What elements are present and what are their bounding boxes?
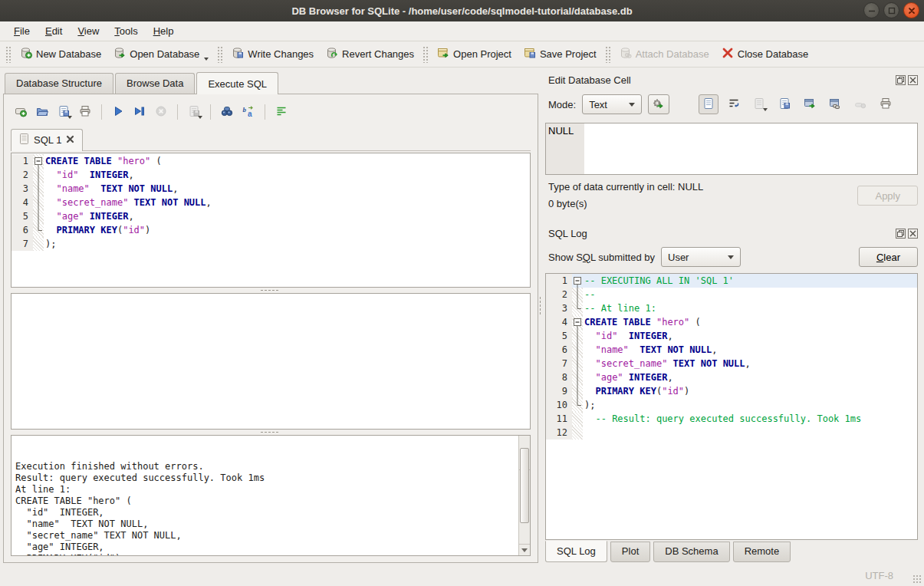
encoding-status[interactable]: UTF-8: [865, 570, 893, 581]
line-number: 3: [546, 301, 572, 315]
apply-format-button[interactable]: [648, 94, 669, 114]
minimize-button[interactable]: [863, 2, 880, 18]
fold-marker-icon[interactable]: [572, 274, 583, 288]
code-line: 2--: [546, 288, 917, 301]
mode-select[interactable]: Text: [582, 94, 642, 114]
scroll-down-icon[interactable]: [519, 544, 530, 555]
menu-edit[interactable]: Edit: [38, 23, 70, 39]
db-open-icon: [113, 47, 126, 61]
menu-tools[interactable]: Tools: [107, 23, 145, 39]
scrollbar-thumb[interactable]: [520, 448, 529, 523]
code-line: 6 PRIMARY KEY("id"): [12, 223, 530, 237]
code-text: --: [583, 288, 917, 301]
new-database-button[interactable]: New Database: [14, 44, 107, 64]
tab-browse-data[interactable]: Browse Data: [115, 73, 195, 94]
open-external-button[interactable]: [800, 94, 820, 114]
line-number: 2: [546, 288, 572, 301]
bottom-tab-remote[interactable]: Remote: [733, 542, 791, 562]
bottom-tab-sql-log[interactable]: SQL Log: [545, 541, 607, 562]
save-project-button[interactable]: Save Project: [518, 44, 603, 64]
word-wrap-button[interactable]: [724, 94, 744, 114]
close-panel-icon[interactable]: [908, 229, 918, 239]
set-null-icon: [854, 97, 866, 112]
open-tab-button[interactable]: [11, 102, 31, 122]
bottom-tab-db-schema[interactable]: DB Schema: [653, 542, 729, 562]
open-database-button[interactable]: Open Database: [107, 44, 215, 64]
dropdown-caret-icon[interactable]: [204, 58, 209, 61]
fold-marker-icon: [33, 182, 44, 196]
clear-log-button[interactable]: Clear: [859, 247, 918, 267]
execute-all-button[interactable]: [108, 102, 128, 122]
cell-type-info: Type of data currently in cell: NULL: [548, 181, 857, 193]
close-database-button[interactable]: Close Database: [715, 44, 815, 64]
execute-current-line-button[interactable]: [130, 102, 150, 122]
auto-format-button[interactable]: [271, 102, 291, 122]
execution-message-box[interactable]: Execution finished without errors.Result…: [11, 435, 531, 556]
results-scrollbar[interactable]: [518, 436, 530, 555]
close-panel-icon[interactable]: [908, 75, 918, 85]
code-line: 3-- At line 1:: [546, 301, 917, 315]
close-button[interactable]: [903, 2, 919, 18]
sql-editor-tab[interactable]: SQL 1: [11, 129, 83, 151]
code-line: 5 "age" INTEGER,: [12, 209, 530, 223]
editor-results-splitter[interactable]: [11, 288, 531, 293]
new-database-button-label: New Database: [36, 48, 101, 60]
stop-icon: [155, 105, 167, 120]
copy-link-button[interactable]: [825, 94, 845, 114]
fold-marker-icon: [572, 329, 583, 343]
message-line: "id" INTEGER,: [15, 507, 515, 519]
mode-value: Text: [589, 99, 607, 110]
apply-button[interactable]: Apply: [857, 186, 918, 206]
menu-help[interactable]: Help: [146, 23, 182, 39]
maximize-button[interactable]: [883, 2, 899, 18]
results-grid[interactable]: [11, 293, 531, 430]
float-panel-icon[interactable]: [896, 75, 906, 85]
cell-value-editor[interactable]: NULL: [545, 123, 918, 175]
window-titlebar[interactable]: DB Browser for SQLite - /home/user/code/…: [0, 0, 924, 21]
cell-toolbar: [699, 94, 896, 114]
print-button[interactable]: [75, 102, 95, 122]
save-project-button-label: Save Project: [540, 48, 597, 60]
close-sql-tab-icon[interactable]: [66, 134, 74, 146]
save-sql-file-button[interactable]: [54, 102, 74, 122]
dropdown-caret-icon[interactable]: [763, 108, 768, 111]
code-text: "id" INTEGER,: [44, 168, 530, 182]
sql-editor[interactable]: 1CREATE TABLE "hero" (2 "id" INTEGER,3 "…: [11, 153, 531, 288]
menu-view[interactable]: View: [70, 23, 107, 39]
cell-value: NULL: [548, 125, 574, 137]
bottom-tab-plot[interactable]: Plot: [610, 542, 650, 562]
code-text: );: [44, 237, 530, 251]
find-button[interactable]: [217, 102, 237, 122]
write-changes-button[interactable]: Write Changes: [225, 44, 320, 64]
export-data-button[interactable]: [774, 94, 794, 114]
toolbar-separator: [265, 104, 265, 120]
toolbar-separator: [423, 46, 429, 63]
attach-database-button: Attach Database: [613, 44, 715, 64]
open-sql-file-button[interactable]: [32, 102, 52, 122]
dropdown-caret-icon[interactable]: [67, 116, 72, 119]
text-mode-button[interactable]: [699, 94, 718, 114]
find-replace-button[interactable]: ba: [238, 102, 258, 122]
sql-log-editor[interactable]: 1-- EXECUTING ALL IN 'SQL 1'2--3-- At li…: [545, 273, 918, 540]
results-message-splitter[interactable]: [11, 430, 531, 435]
dropdown-caret-icon[interactable]: [198, 116, 202, 119]
code-text: PRIMARY KEY("id"): [44, 223, 530, 237]
float-panel-icon[interactable]: [896, 229, 906, 239]
code-line: 4CREATE TABLE "hero" (: [546, 315, 917, 329]
open-project-button[interactable]: Open Project: [431, 44, 518, 64]
print-cell-button[interactable]: [876, 94, 896, 114]
pane-splitter[interactable]: [538, 67, 542, 565]
resize-grip-icon[interactable]: [912, 574, 922, 584]
message-line: Result: query executed successfully. Too…: [15, 472, 515, 484]
open-file-icon: [36, 105, 48, 120]
fold-marker-icon[interactable]: [572, 315, 583, 329]
revert-changes-button[interactable]: Revert Changes: [320, 44, 420, 64]
tab-database-structure[interactable]: Database Structure: [5, 73, 113, 94]
fold-marker-icon: [572, 384, 583, 398]
fold-marker-icon: [572, 301, 583, 315]
tab-execute-sql[interactable]: Execute SQL: [196, 72, 278, 94]
toolbar-drag-handle[interactable]: [5, 46, 12, 63]
fold-marker-icon[interactable]: [33, 154, 44, 168]
menu-file[interactable]: File: [6, 23, 38, 39]
log-filter-select[interactable]: User: [661, 247, 741, 267]
